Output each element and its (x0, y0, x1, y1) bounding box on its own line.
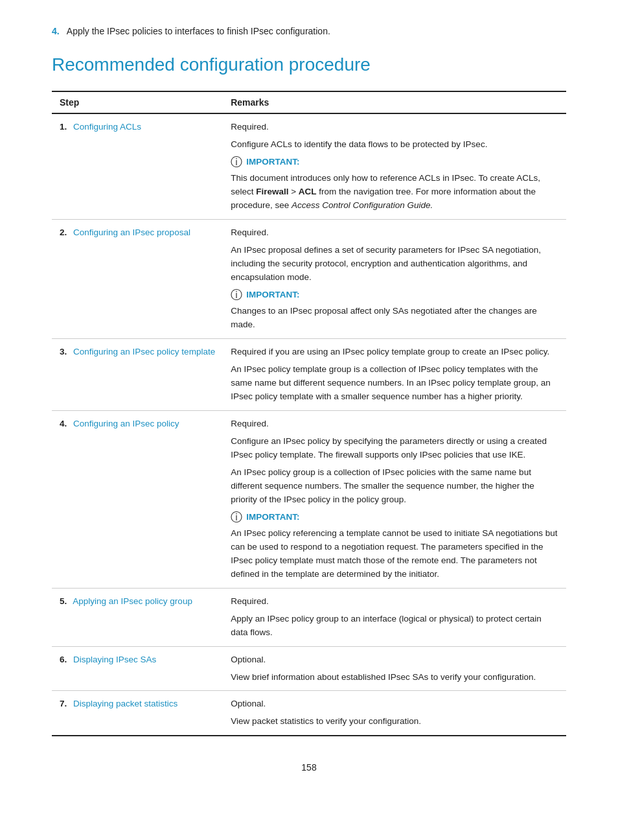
step-cell-1: 1. Configuring ACLs (52, 113, 223, 220)
step-num-4: 4. (60, 419, 67, 428)
table-header-row: Step Remarks (52, 91, 566, 113)
step-num-6: 6. (60, 655, 67, 664)
remark-acl-note: This document introduces only how to ref… (231, 172, 558, 213)
remarks-cell-2: Required. An IPsec proposal defines a se… (223, 220, 566, 339)
step-cell-2: 2. Configuring an IPsec proposal (52, 220, 223, 339)
table-row: 4. Configuring an IPsec policy Required.… (52, 411, 566, 589)
important-block-1: ⓘ IMPORTANT: (231, 156, 558, 170)
table-row: 3. Configuring an IPsec policy template … (52, 339, 566, 411)
table-row: 2. Configuring an IPsec proposal Require… (52, 220, 566, 339)
remark-policy-desc: Configure an IPsec policy by specifying … (231, 435, 558, 462)
important-label-4: IMPORTANT: (246, 511, 299, 524)
col-step: Step (52, 91, 223, 113)
important-icon-4: ⓘ (231, 511, 242, 525)
remark-policy-group-desc: An IPsec policy group is a collection of… (231, 466, 558, 507)
table-row: 6. Displaying IPsec SAs Optional. View b… (52, 646, 566, 691)
remarks-cell-5: Required. Apply an IPsec policy group to… (223, 588, 566, 646)
remark-proposal-note: Changes to an IPsec proposal affect only… (231, 305, 558, 332)
remark-configure-acls: Configure ACLs to identify the data flow… (231, 138, 558, 152)
intro-step-num: 4. (52, 26, 60, 36)
remark-template-required: Required if you are using an IPsec polic… (231, 345, 558, 359)
remark-policy-note: An IPsec policy referencing a template c… (231, 527, 558, 581)
step-link-4[interactable]: Configuring an IPsec policy (73, 419, 179, 428)
step-cell-4: 4. Configuring an IPsec policy (52, 411, 223, 589)
section-title: Recommended configuration procedure (52, 54, 566, 75)
remark-display-stats-desc: View packet statistics to verify your co… (231, 715, 558, 729)
remarks-cell-6: Optional. View brief information about e… (223, 646, 566, 691)
remarks-cell-4: Required. Configure an IPsec policy by s… (223, 411, 566, 589)
remark-template-desc: An IPsec policy template group is a coll… (231, 363, 558, 404)
step-num-5: 5. (60, 596, 67, 606)
italic-guide: Access Control Configuration Guide. (292, 200, 433, 210)
important-label-2: IMPORTANT: (246, 288, 299, 302)
col-remarks: Remarks (223, 91, 566, 113)
step-num-2: 2. (60, 228, 67, 237)
important-block-2: ⓘ IMPORTANT: (231, 288, 558, 303)
step-cell-5: 5. Applying an IPsec policy group (52, 588, 223, 646)
important-icon-1: ⓘ (231, 156, 242, 170)
step-link-7[interactable]: Displaying packet statistics (73, 699, 177, 708)
remarks-cell-1: Required. Configure ACLs to identify the… (223, 113, 566, 220)
intro-step: 4. Apply the IPsec policies to interface… (52, 26, 566, 36)
step-cell-7: 7. Displaying packet statistics (52, 691, 223, 736)
remark-required-4: Required. (231, 417, 558, 431)
important-label-1: IMPORTANT: (246, 156, 299, 169)
remarks-cell-7: Optional. View packet statistics to veri… (223, 691, 566, 736)
remark-required-2: Required. (231, 226, 558, 240)
step-num-7: 7. (60, 699, 67, 708)
table-row: 5. Applying an IPsec policy group Requir… (52, 588, 566, 646)
table-row: 7. Displaying packet statistics Optional… (52, 691, 566, 736)
remark-required: Required. (231, 121, 558, 134)
bold-firewall: Firewall (256, 187, 288, 196)
step-num-1: 1. (60, 122, 67, 132)
remark-ipsec-proposal-desc: An IPsec proposal defines a set of secur… (231, 244, 558, 285)
remark-display-sas-desc: View brief information about established… (231, 671, 558, 684)
step-link-3[interactable]: Configuring an IPsec policy template (73, 347, 215, 356)
step-link-1[interactable]: Configuring ACLs (73, 122, 141, 132)
remark-apply-policy-desc: Apply an IPsec policy group to an interf… (231, 612, 558, 640)
remark-required-5: Required. (231, 595, 558, 609)
table-row: 1. Configuring ACLs Required. Configure … (52, 113, 566, 220)
bold-acl: ACL (299, 187, 317, 196)
intro-step-text: Apply the IPsec policies to interfaces t… (67, 26, 330, 36)
remarks-cell-3: Required if you are using an IPsec polic… (223, 339, 566, 411)
step-cell-6: 6. Displaying IPsec SAs (52, 646, 223, 691)
remark-optional-7: Optional. (231, 697, 558, 711)
remark-optional-6: Optional. (231, 653, 558, 667)
step-link-2[interactable]: Configuring an IPsec proposal (73, 228, 190, 237)
step-num-3: 3. (60, 347, 67, 356)
configuration-table: Step Remarks 1. Configuring ACLs Require… (52, 91, 566, 736)
important-icon-2: ⓘ (231, 288, 242, 303)
step-link-5[interactable]: Applying an IPsec policy group (73, 596, 192, 606)
important-block-4: ⓘ IMPORTANT: (231, 511, 558, 525)
step-cell-3: 3. Configuring an IPsec policy template (52, 339, 223, 411)
step-link-6[interactable]: Displaying IPsec SAs (73, 655, 156, 664)
page-number: 158 (52, 762, 566, 773)
